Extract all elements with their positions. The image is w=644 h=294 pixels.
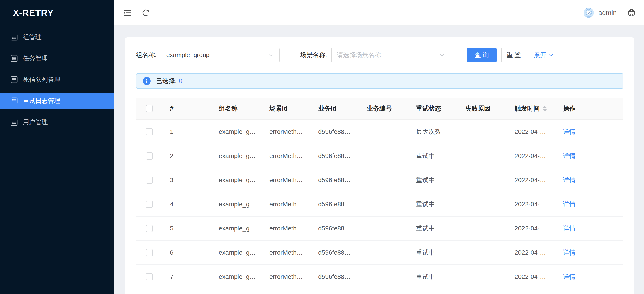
cell-trigger-time: 2022-04-… xyxy=(508,120,556,144)
row-checkbox[interactable] xyxy=(146,201,153,208)
select-all-checkbox[interactable] xyxy=(146,105,153,112)
cell-actions: 详情 xyxy=(556,168,623,192)
cell-trigger-time: 2022-04-… xyxy=(508,265,556,289)
app-logo: X-RETRY xyxy=(0,0,114,26)
table-row: 7example_g…errorMeth…d596fe88…重试中2022-04… xyxy=(136,265,623,289)
row-checkbox-cell xyxy=(136,144,163,168)
cell-biz-no xyxy=(360,168,409,192)
cell-group-name: example_g… xyxy=(212,144,262,168)
sidebar-item-task-management[interactable]: 任务管理 xyxy=(0,50,114,66)
row-checkbox-cell xyxy=(136,192,163,216)
table-row: 4example_g…errorMeth…d596fe88…重试中2022-04… xyxy=(136,192,623,217)
cell-group-name: example_g… xyxy=(212,241,262,265)
sidebar-item-label: 任务管理 xyxy=(23,54,48,63)
retry-log-table: # 组名称 场景id 业务id 业务编号 重试状态 失败原因 触发时间 操作 1… xyxy=(136,98,623,289)
group-name-select[interactable]: example_group xyxy=(160,48,280,62)
row-checkbox[interactable] xyxy=(146,249,153,256)
cell-scene-id: errorMeth… xyxy=(262,168,311,192)
row-checkbox-cell xyxy=(136,120,163,144)
expand-toggle[interactable]: 展开 xyxy=(534,51,554,59)
table-body: 1example_g…errorMeth…d596fe88…最大次数2022-0… xyxy=(136,120,623,289)
cell-fail-reason xyxy=(458,265,508,289)
globe-icon[interactable] xyxy=(628,9,636,17)
detail-link[interactable]: 详情 xyxy=(563,224,576,233)
table-row: 5example_g…errorMeth…d596fe88…重试中2022-04… xyxy=(136,217,623,241)
cell-scene-id: errorMeth… xyxy=(262,144,311,168)
cell-index: 3 xyxy=(163,168,212,192)
cell-retry-status: 最大次数 xyxy=(409,120,458,144)
sidebar-item-group-management[interactable]: 组管理 xyxy=(0,29,114,45)
caret-up-icon xyxy=(543,106,547,108)
detail-link[interactable]: 详情 xyxy=(563,273,576,281)
row-checkbox-cell xyxy=(136,217,163,240)
row-checkbox[interactable] xyxy=(146,273,153,280)
cell-scene-id: errorMeth… xyxy=(262,241,311,265)
scene-name-select[interactable]: 请选择场景名称 xyxy=(331,48,450,62)
cell-biz-no xyxy=(360,144,409,168)
sidebar-item-dead-letter-queue[interactable]: 死信队列管理 xyxy=(0,71,114,88)
cell-fail-reason xyxy=(458,144,508,168)
cell-actions: 详情 xyxy=(556,217,623,240)
cell-fail-reason xyxy=(458,241,508,265)
cell-fail-reason xyxy=(458,168,508,192)
content-card: 组名称: example_group 场景名称: 请选择场景名称 查 询 重 置… xyxy=(125,37,634,294)
chevron-down-icon xyxy=(440,53,444,57)
cell-trigger-time: 2022-04-… xyxy=(508,241,556,265)
selection-count: 0 xyxy=(179,77,182,85)
row-checkbox[interactable] xyxy=(146,177,153,184)
table-row: 6example_g…errorMeth…d596fe88…重试中2022-04… xyxy=(136,241,623,265)
cell-retry-status: 重试中 xyxy=(409,217,458,240)
detail-link[interactable]: 详情 xyxy=(563,200,576,209)
row-checkbox[interactable] xyxy=(146,225,153,232)
detail-link[interactable]: 详情 xyxy=(563,128,576,136)
reload-icon[interactable] xyxy=(142,8,150,17)
cell-group-name: example_g… xyxy=(212,192,262,216)
search-button[interactable]: 查 询 xyxy=(467,48,497,62)
selection-alert: 已选择: 0 xyxy=(136,73,623,89)
detail-link[interactable]: 详情 xyxy=(563,176,576,184)
row-checkbox-cell xyxy=(136,241,163,265)
main-content: 组名称: example_group 场景名称: 请选择场景名称 查 询 重 置… xyxy=(114,26,644,294)
cell-retry-status: 重试中 xyxy=(409,241,458,265)
column-header-scene-id: 场景id xyxy=(262,98,311,119)
table-row: 1example_g…errorMeth…d596fe88…最大次数2022-0… xyxy=(136,120,623,144)
column-header-trigger-time-label: 触发时间 xyxy=(514,104,540,113)
cell-group-name: example_g… xyxy=(212,265,262,289)
column-header-index: # xyxy=(163,98,212,119)
cell-index: 4 xyxy=(163,192,212,216)
cell-index: 7 xyxy=(163,265,212,289)
reset-button[interactable]: 重 置 xyxy=(501,48,526,62)
row-checkbox-cell xyxy=(136,265,163,289)
info-icon xyxy=(143,77,151,85)
sidebar-item-user-management[interactable]: 用户管理 xyxy=(0,114,114,130)
cell-index: 1 xyxy=(163,120,212,144)
cell-actions: 详情 xyxy=(556,120,623,144)
cell-biz-id: d596fe88… xyxy=(311,120,360,144)
cell-group-name: example_g… xyxy=(212,168,262,192)
column-header-trigger-time[interactable]: 触发时间 xyxy=(508,98,556,119)
row-checkbox[interactable] xyxy=(146,152,153,160)
list-icon xyxy=(10,97,18,105)
cell-fail-reason xyxy=(458,192,508,216)
detail-link[interactable]: 详情 xyxy=(563,152,576,160)
cell-biz-no xyxy=(360,217,409,240)
cell-index: 2 xyxy=(163,144,212,168)
table-header-row: # 组名称 场景id 业务id 业务编号 重试状态 失败原因 触发时间 操作 xyxy=(136,98,623,120)
cell-scene-id: errorMeth… xyxy=(262,265,311,289)
cell-biz-no xyxy=(360,265,409,289)
sidebar-item-retry-log[interactable]: 重试日志管理 xyxy=(0,93,114,109)
avatar[interactable] xyxy=(584,7,594,18)
cell-scene-id: errorMeth… xyxy=(262,192,311,216)
cell-biz-id: d596fe88… xyxy=(311,241,360,265)
list-icon xyxy=(10,33,18,41)
scene-name-label: 场景名称: xyxy=(300,51,327,59)
row-checkbox[interactable] xyxy=(146,128,153,135)
menu-fold-icon[interactable] xyxy=(123,8,132,17)
table-row: 3example_g…errorMeth…d596fe88…重试中2022-04… xyxy=(136,168,623,192)
chevron-down-icon xyxy=(548,53,554,57)
sort-icons[interactable] xyxy=(543,106,547,112)
detail-link[interactable]: 详情 xyxy=(563,248,576,257)
sidebar-menu: 组管理 任务管理 死信队列管理 重试日志管理 用户管理 xyxy=(0,29,114,130)
cell-fail-reason xyxy=(458,217,508,240)
cell-biz-no xyxy=(360,120,409,144)
